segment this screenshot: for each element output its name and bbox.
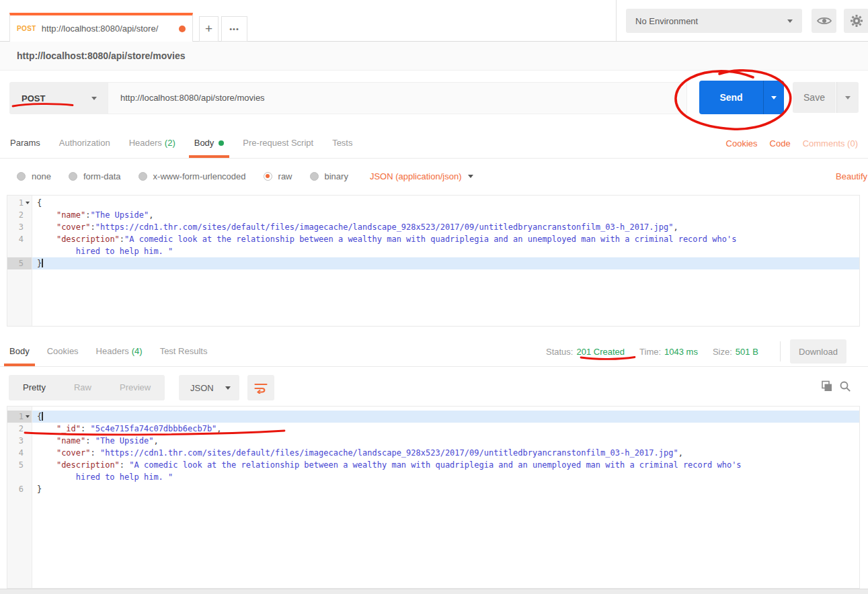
request-tab-authorization[interactable]: Authorization [59,128,110,158]
token [37,222,56,232]
token: "The Upside" [91,210,149,220]
active-line-highlight [32,257,859,269]
request-tab-body[interactable]: Body [194,128,225,158]
environment-quick-look-button[interactable] [812,9,836,33]
size-value: 501 B [736,347,758,357]
tab-url-label: http://localhost:8080/api/store/ [42,24,175,34]
response-tab-test-results[interactable]: Test Results [160,336,208,366]
body-type-label: none [32,171,51,181]
save-button[interactable]: Save [793,82,836,113]
request-tab-open[interactable]: POST http://localhost:8080/api/store/ [9,13,193,42]
response-tab-count: (4) [132,346,143,356]
request-tab-pre-request-script[interactable]: Pre-request Script [243,128,313,158]
fold-caret-icon[interactable] [26,202,30,204]
token: hired to help him. " [37,247,173,256]
response-tab-label: Cookies [47,346,79,356]
code-line: 1{ [7,411,859,423]
chevron-down-icon [468,175,473,178]
token: "cover" [56,222,91,232]
chevron-down-icon [845,96,851,99]
token: , [153,436,158,446]
code-line: 2 "_id": "5c4e715fa74c07dbbb6ecb7b", [7,423,859,435]
bottom-bar [0,589,868,594]
body-type-x-www-form-urlencoded[interactable]: x-www-form-urlencoded [139,171,246,181]
radio-icon [69,172,77,181]
token: "A comedic look at the relationship betw… [124,235,736,244]
request-tab-headers[interactable]: Headers (2) [129,128,175,158]
link-cookies[interactable]: Cookies [726,138,758,148]
line-number: 4 [7,447,24,459]
token [37,210,56,220]
response-format-select[interactable]: JSON [179,375,239,400]
request-tab-label: Pre-request Script [243,138,313,148]
response-tab-headers[interactable]: Headers (4) [96,336,143,366]
body-type-raw[interactable]: raw [264,171,292,181]
token: } [37,259,42,268]
request-tab-tests[interactable]: Tests [332,128,352,158]
eye-icon [817,16,832,26]
download-button[interactable]: Download [790,339,846,364]
code-line: 3 "name": "The Upside", [7,435,859,447]
content-type-label: JSON (application/json) [370,171,462,181]
request-tab-links: CookiesCodeComments (0) [726,128,858,159]
token: : [120,460,129,470]
code-text: } [37,257,43,269]
token [37,460,56,470]
body-type-form-data[interactable]: form-data [69,171,121,181]
new-tab-button[interactable]: + [199,16,219,42]
link-comments-0[interactable]: Comments (0) [803,138,858,148]
gear-icon [850,14,863,28]
response-tab-label: Headers [96,346,129,356]
code-text: "name": "The Upside", [37,435,159,447]
request-body-editor[interactable]: 1{2 "name":"The Upside",3 "cover":"https… [7,195,860,327]
response-tab-cookies[interactable]: Cookies [47,336,79,366]
token [37,436,56,446]
view-pretty[interactable]: Pretty [9,375,60,400]
response-body-editor[interactable]: 1{2 "_id": "5c4e715fa74c07dbbb6ecb7b",3 … [7,406,860,589]
save-options-button[interactable] [836,82,859,113]
code-text: "cover":"https://cdn1.thr.com/sites/defa… [37,221,678,233]
tab-method-label: POST [17,25,36,32]
method-selected-label: POST [22,93,45,103]
link-code[interactable]: Code [770,138,791,148]
body-type-binary[interactable]: binary [310,171,348,181]
method-select[interactable]: POST [9,82,108,114]
view-preview[interactable]: Preview [106,375,165,400]
settings-button[interactable] [844,9,868,33]
code-text: "cover": "https://cdn1.thr.com/sites/def… [37,447,683,459]
request-tab-label: Authorization [59,138,110,148]
environment-area: No Environment [616,0,868,41]
beautify-link[interactable]: Beautify [836,171,867,181]
view-raw[interactable]: Raw [60,375,106,400]
token: : [85,210,90,220]
body-type-bar: noneform-datax-www-form-urlencodedrawbin… [0,159,868,194]
body-type-none[interactable]: none [17,171,51,181]
environment-select[interactable]: No Environment [626,9,802,33]
token: "https://cdn1.thr.com/sites/default/file… [100,448,678,458]
divider [780,341,781,362]
send-options-button[interactable] [764,81,784,114]
code-text: hired to help him. " [37,245,173,257]
request-tab-params[interactable]: Params [10,128,40,158]
token: , [149,210,153,220]
wrap-text-button[interactable] [247,375,274,400]
token: : [120,235,124,244]
content-type-select[interactable]: JSON (application/json) [370,171,474,181]
unsaved-changes-dot [179,26,186,32]
response-tab-body[interactable]: Body [9,336,30,366]
body-type-label: binary [325,171,348,181]
url-input[interactable]: http://localhost:8080/api/store/movies [108,82,687,114]
text-cursor [42,412,43,421]
copy-response-button[interactable] [820,380,832,395]
token: hired to help him. " [37,472,173,482]
body-type-label: form-data [83,171,121,181]
code-text: } [37,483,42,495]
send-button-group: Send [699,81,784,114]
send-button[interactable]: Send [699,81,764,114]
fold-caret-icon[interactable] [26,415,30,418]
text-cursor [42,259,43,267]
search-response-button[interactable] [839,380,851,395]
request-tabs: ParamsAuthorizationHeaders (2)BodyPre-re… [0,128,868,159]
wrap-text-icon [254,382,268,394]
more-tabs-button[interactable]: ••• [221,16,247,42]
